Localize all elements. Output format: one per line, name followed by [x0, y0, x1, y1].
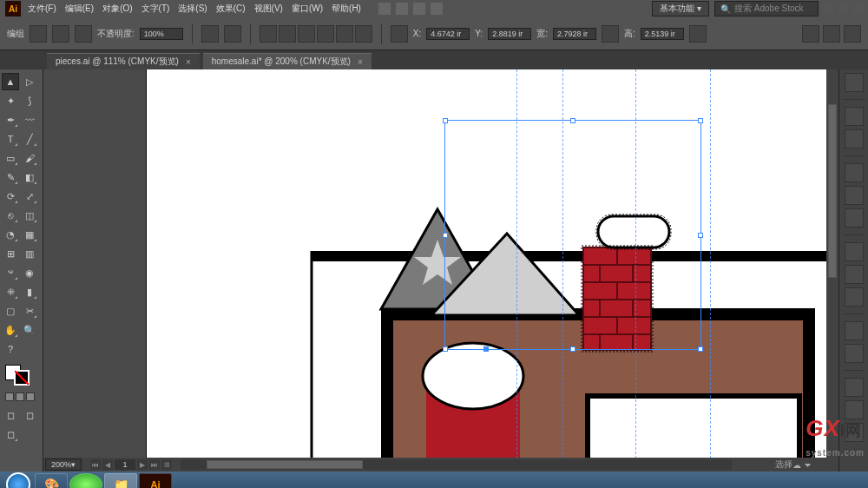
- mesh-tool[interactable]: ⊞: [2, 245, 19, 262]
- w-input[interactable]: [553, 28, 596, 40]
- stroke-panel-icon[interactable]: [845, 242, 864, 261]
- selection-bbox[interactable]: [444, 120, 701, 350]
- menu-edit[interactable]: 编辑(E): [65, 3, 94, 15]
- swatches-panel-icon[interactable]: [845, 163, 864, 182]
- fill-stroke-swatches[interactable]: [2, 365, 36, 389]
- align-right-icon[interactable]: [298, 25, 315, 43]
- rectangle-tool[interactable]: ▭: [2, 149, 19, 167]
- graphic-styles-panel-icon[interactable]: [845, 344, 864, 363]
- taskbar-explorer[interactable]: 📁: [104, 473, 137, 488]
- menu-help[interactable]: 帮助(H): [332, 3, 361, 15]
- appearance-panel-icon[interactable]: [845, 321, 864, 340]
- panel-menu-icon[interactable]: [844, 25, 861, 43]
- color-guide-panel-icon[interactable]: [845, 129, 864, 148]
- artboard-nav-icon[interactable]: ⊞: [161, 459, 172, 470]
- align-middle-icon[interactable]: [336, 25, 353, 43]
- screen-mode[interactable]: ◻: [2, 425, 19, 443]
- opacity-input[interactable]: [140, 28, 183, 40]
- minimize-button[interactable]: [824, 4, 833, 14]
- prev-artboard-icon[interactable]: ◀: [102, 459, 113, 470]
- perspective-grid-tool[interactable]: ▦: [21, 226, 38, 243]
- scale-tool[interactable]: ⤢: [21, 188, 38, 205]
- selection-tool[interactable]: ▲: [2, 73, 19, 90]
- recolor-icon[interactable]: [75, 25, 92, 43]
- doc-setup-icon[interactable]: [802, 25, 819, 43]
- stroke-swatch-ctrl[interactable]: [52, 25, 69, 43]
- style-icon[interactable]: [201, 25, 219, 43]
- shape-builder-tool[interactable]: ◔: [2, 226, 19, 243]
- type-tool[interactable]: T: [2, 130, 19, 148]
- slice-tool[interactable]: ✂: [21, 302, 38, 320]
- shaper-tool[interactable]: ✎: [2, 168, 19, 186]
- direct-selection-tool[interactable]: ▷: [21, 73, 38, 90]
- bbox-handle-e[interactable]: [698, 233, 703, 238]
- gradient-panel-icon[interactable]: [845, 265, 864, 284]
- bbox-handle-sw[interactable]: [443, 346, 448, 352]
- close-button[interactable]: [853, 4, 863, 14]
- scrollbar-horizontal[interactable]: [181, 459, 732, 470]
- bbox-handle-nw[interactable]: [443, 118, 448, 123]
- draw-normal[interactable]: ◻: [2, 406, 19, 424]
- menu-select[interactable]: 选择(S): [178, 3, 207, 15]
- menu-type[interactable]: 文字(T): [141, 3, 170, 15]
- toggle-fill-stroke[interactable]: ?: [2, 340, 19, 358]
- sync-status-icon[interactable]: ☁ ⏷: [792, 460, 812, 470]
- scrollbar-thumb[interactable]: [207, 460, 363, 469]
- properties-panel-icon[interactable]: [845, 73, 864, 92]
- taskbar-illustrator[interactable]: Ai: [139, 473, 172, 488]
- gradient-tool[interactable]: ▥: [21, 245, 38, 262]
- none-mode[interactable]: [26, 392, 35, 401]
- recolor-art-icon[interactable]: [224, 25, 241, 43]
- scrollbar-vertical[interactable]: [826, 69, 838, 458]
- color-panel-icon[interactable]: [845, 107, 864, 126]
- gradient-mode[interactable]: [16, 392, 24, 401]
- workspace-switcher[interactable]: 基本功能 ▾: [652, 1, 709, 16]
- preferences-icon[interactable]: [823, 25, 840, 43]
- lasso-tool[interactable]: ⟆: [21, 92, 38, 109]
- bridge-icon[interactable]: [378, 3, 391, 15]
- eyedropper-tool[interactable]: ༄: [2, 264, 19, 281]
- line-tool[interactable]: ╱: [21, 130, 38, 148]
- pen-tool[interactable]: ✒: [2, 111, 19, 129]
- eraser-tool[interactable]: ◧: [21, 168, 38, 186]
- menu-window[interactable]: 窗口(W): [292, 3, 323, 15]
- hand-tool[interactable]: ✋: [2, 321, 19, 339]
- stock-icon[interactable]: [396, 3, 408, 15]
- artboard-number[interactable]: 1: [115, 459, 135, 470]
- scrollbar-thumb[interactable]: [828, 104, 837, 278]
- menu-object[interactable]: 对象(O): [102, 3, 132, 15]
- x-input[interactable]: [426, 28, 470, 40]
- maximize-button[interactable]: [838, 4, 848, 14]
- zoom-dropdown[interactable]: 200% ▾: [45, 458, 82, 471]
- layers-panel-icon[interactable]: [845, 378, 864, 397]
- stroke-swatch[interactable]: [14, 370, 30, 386]
- transform-icon[interactable]: [391, 25, 408, 43]
- link-wh-icon[interactable]: [602, 25, 619, 43]
- transparency-panel-icon[interactable]: [845, 287, 864, 307]
- column-graph-tool[interactable]: ▮: [21, 283, 38, 300]
- width-tool[interactable]: ⎋: [2, 207, 19, 224]
- bbox-handle-ne[interactable]: [698, 118, 703, 123]
- taskbar-paint[interactable]: 🎨: [35, 473, 68, 488]
- tab-close-icon[interactable]: ×: [358, 57, 363, 67]
- sync-icon[interactable]: [431, 3, 443, 15]
- shape-props-icon[interactable]: [689, 25, 707, 43]
- search-stock[interactable]: 🔍搜索 Adobe Stock: [714, 1, 819, 16]
- free-transform-tool[interactable]: ◫: [21, 207, 38, 224]
- menu-file[interactable]: 文件(F): [28, 3, 56, 15]
- canvas-area[interactable]: 200% ▾ ⏮ ◀ 1 ▶ ⏭ ⊞ 选择 ☁ ⏷: [43, 69, 838, 472]
- bbox-handle-se[interactable]: [698, 346, 703, 352]
- color-mode[interactable]: [5, 392, 14, 401]
- paintbrush-tool[interactable]: 🖌: [21, 149, 38, 167]
- tab-homesale[interactable]: homesale.ai* @ 200% (CMYK/预览) ×: [203, 53, 372, 69]
- align-center-icon[interactable]: [279, 25, 296, 43]
- align-bottom-icon[interactable]: [355, 25, 372, 43]
- magic-wand-tool[interactable]: ✦: [2, 92, 19, 109]
- bbox-handle-s[interactable]: [570, 346, 575, 352]
- draw-behind[interactable]: ◻: [21, 406, 38, 424]
- zoom-tool[interactable]: 🔍: [21, 321, 38, 339]
- curvature-tool[interactable]: 〰: [21, 111, 38, 129]
- rotate-tool[interactable]: ⟳: [2, 188, 19, 205]
- y-input[interactable]: [488, 28, 531, 40]
- taskbar-browser[interactable]: [69, 473, 102, 488]
